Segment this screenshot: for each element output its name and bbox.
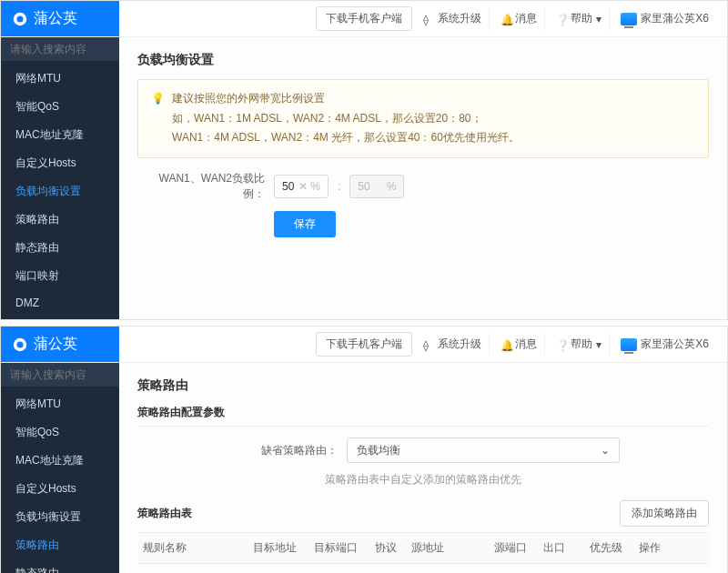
bell-icon: 🔔 xyxy=(500,339,511,350)
panel-load-balance: 蒲公英 下载手机客户端 ⟠系统升级 🔔消息 ❔帮助▾ 家里蒲公英X6 🔍 网络M… xyxy=(0,0,728,320)
download-client-button[interactable]: 下载手机客户端 xyxy=(316,332,412,357)
sidebar-item[interactable]: 端口映射 xyxy=(1,262,119,290)
chevron-down-icon: ▾ xyxy=(596,13,602,25)
sidebar-item[interactable]: DMZ xyxy=(1,290,119,316)
sidebar-item[interactable]: MAC地址克隆 xyxy=(1,447,119,475)
download-client-button[interactable]: 下载手机客户端 xyxy=(316,6,412,31)
panel-policy-route: 蒲公英 下载手机客户端 ⟠系统升级 🔔消息 ❔帮助▾ 家里蒲公英X6 🔍 网络M… xyxy=(0,326,728,573)
brand-logo-icon xyxy=(12,11,28,27)
cell-exit: WAN1 xyxy=(538,564,585,574)
device-name[interactable]: 家里蒲公英X6 xyxy=(613,333,716,356)
wan1-ratio-input[interactable]: 50✕ % xyxy=(274,175,329,198)
sidebar: 🔍 网络MTU智能QoSMAC地址克隆自定义Hosts负载均衡设置策略路由静态路… xyxy=(1,37,119,319)
system-upgrade-link[interactable]: ⟠系统升级 xyxy=(416,333,490,356)
ratio-separator: : xyxy=(338,180,340,193)
sidebar-item[interactable]: 自定义Hosts xyxy=(1,149,119,177)
chevron-down-icon: ⌄ xyxy=(601,444,610,457)
messages-link[interactable]: 🔔消息 xyxy=(493,7,545,30)
page-title: 负载均衡设置 xyxy=(137,52,709,68)
sidebar-item[interactable]: 负载均衡设置 xyxy=(1,177,119,206)
cell-protocol: ALL xyxy=(369,564,406,574)
system-upgrade-link[interactable]: ⟠系统升级 xyxy=(416,7,490,30)
sidebar-item[interactable]: 静态路由 xyxy=(1,234,119,262)
brand[interactable]: 蒲公英 xyxy=(1,1,119,36)
config-section-title: 策略路由配置参数 xyxy=(137,405,709,427)
help-icon: ❔ xyxy=(556,339,567,350)
default-route-label: 缺省策略路由： xyxy=(137,443,338,458)
cell-priority[interactable]: ↑ ↓ xyxy=(584,564,632,574)
page-title: 策略路由 xyxy=(137,377,709,394)
content-area: 负载均衡设置 💡 建议按照您的外网带宽比例设置 如，WAN1：1M ADSL，W… xyxy=(119,37,727,319)
column-header: 出口 xyxy=(538,533,585,564)
column-header: 优先级 xyxy=(584,533,632,564)
help-icon: ❔ xyxy=(556,14,567,25)
sidebar-item[interactable]: 策略路由 xyxy=(1,531,119,559)
cell-src-addr: 192.168.66.3 xyxy=(406,564,489,574)
messages-link[interactable]: 🔔消息 xyxy=(493,333,545,356)
cell-src-port: - xyxy=(489,564,537,574)
sidebar-search[interactable]: 🔍 xyxy=(1,363,119,387)
ratio-label: WAN1、WAN2负载比例： xyxy=(137,171,265,202)
topbar: 蒲公英 下载手机客户端 ⟠系统升级 🔔消息 ❔帮助▾ 家里蒲公英X6 xyxy=(1,1,727,37)
sidebar-item[interactable]: 负载均衡设置 xyxy=(1,503,119,531)
sidebar-item[interactable]: 策略路由 xyxy=(1,206,119,234)
tip-box: 💡 建议按照您的外网带宽比例设置 如，WAN1：1M ADSL，WAN2：4M … xyxy=(137,79,709,158)
config-hint: 策略路由表中自定义添加的策略路由优先 xyxy=(137,472,709,488)
sidebar-item[interactable]: 智能QoS xyxy=(1,418,119,447)
brand[interactable]: 蒲公英 xyxy=(1,327,119,362)
sidebar-item[interactable]: 网络MTU xyxy=(1,390,119,418)
chevron-down-icon: ▾ xyxy=(596,338,602,351)
column-header: 源地址 xyxy=(406,533,489,564)
device-name[interactable]: 家里蒲公英X6 xyxy=(613,7,716,30)
sidebar: 🔍 网络MTU智能QoSMAC地址克隆自定义Hosts负载均衡设置策略路由静态路… xyxy=(1,363,119,573)
cell-target-addr: - xyxy=(248,564,308,574)
table-section-title: 策略路由表 xyxy=(137,506,192,521)
help-link[interactable]: ❔帮助▾ xyxy=(549,7,610,30)
brand-text: 蒲公英 xyxy=(34,335,77,354)
tip-line2: WAN1：4M ADSL，WAN2：4M 光纤，那么设置40：60优先使用光纤。 xyxy=(172,128,520,148)
help-link[interactable]: ❔帮助▾ xyxy=(549,333,610,356)
column-header: 目标端口 xyxy=(308,533,369,564)
sidebar-item[interactable]: 智能QoS xyxy=(1,93,119,121)
brand-text: 蒲公英 xyxy=(34,9,77,28)
add-policy-button[interactable]: 添加策略路由 xyxy=(620,500,709,527)
sidebar-item[interactable]: MAC地址克隆 xyxy=(1,121,119,149)
wan2-ratio-input: 50% xyxy=(349,175,404,198)
monitor-icon xyxy=(621,13,637,25)
upgrade-icon: ⟠ xyxy=(423,14,434,25)
cell-target-port: - xyxy=(308,564,369,574)
column-header: 目标地址 xyxy=(248,533,308,564)
lightbulb-icon: 💡 xyxy=(151,89,165,148)
cell-name: NAS特定上网限制 xyxy=(137,564,248,574)
svg-point-1 xyxy=(16,15,23,22)
policy-route-table: 规则名称目标地址目标端口协议源地址源端口出口优先级操作 NAS特定上网限制 - … xyxy=(137,533,709,573)
column-header: 协议 xyxy=(369,533,406,564)
column-header: 操作 xyxy=(633,533,709,564)
tip-line1: 如，WAN1：1M ADSL，WAN2：4M ADSL，那么设置20：80； xyxy=(172,109,520,129)
upgrade-icon: ⟠ xyxy=(423,339,434,350)
sidebar-item[interactable]: 静态路由 xyxy=(1,559,119,573)
sidebar-item[interactable]: 自定义Hosts xyxy=(1,475,119,503)
monitor-icon xyxy=(621,338,637,351)
svg-point-3 xyxy=(16,341,23,347)
default-route-select[interactable]: 负载均衡⌄ xyxy=(347,437,620,463)
sidebar-search[interactable]: 🔍 xyxy=(1,37,119,61)
table-row: NAS特定上网限制 - - ALL 192.168.66.3 - WAN1 ↑ … xyxy=(137,564,709,574)
bell-icon: 🔔 xyxy=(500,14,511,25)
tip-title: 建议按照您的外网带宽比例设置 xyxy=(172,89,520,109)
topbar: 蒲公英 下载手机客户端 ⟠系统升级 🔔消息 ❔帮助▾ 家里蒲公英X6 xyxy=(1,327,727,363)
column-header: 源端口 xyxy=(489,533,537,564)
column-header: 规则名称 xyxy=(137,533,248,564)
sidebar-item[interactable]: 网络MTU xyxy=(1,65,119,93)
brand-logo-icon xyxy=(12,337,28,353)
cell-action: 编辑 ▾ xyxy=(633,564,709,574)
content-area: 策略路由 策略路由配置参数 缺省策略路由： 负载均衡⌄ 策略路由表中自定义添加的… xyxy=(119,363,727,573)
save-button[interactable]: 保存 xyxy=(274,211,336,237)
